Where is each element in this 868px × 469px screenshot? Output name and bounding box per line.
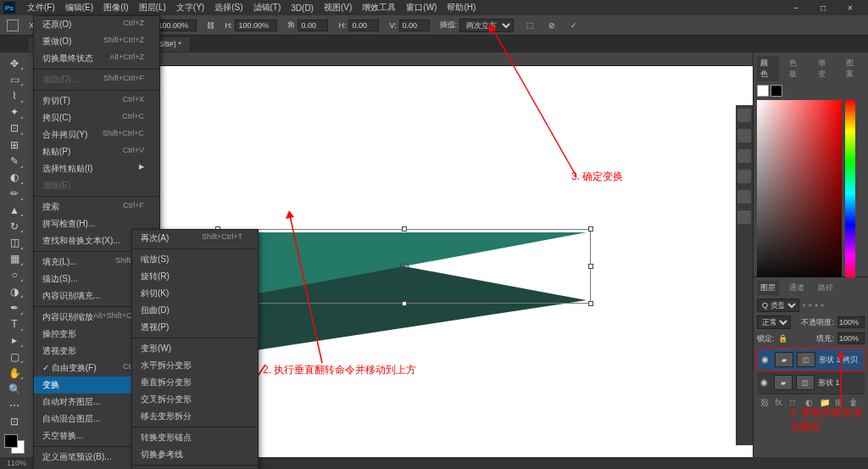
- link-layers-icon[interactable]: ⛓: [760, 398, 772, 410]
- menu-item[interactable]: 缩放(S): [132, 251, 258, 268]
- dock-icon-3[interactable]: [737, 149, 751, 163]
- menu-item[interactable]: 转换变形锚点: [132, 429, 258, 446]
- color-field[interactable]: [757, 100, 842, 287]
- visibility-icon[interactable]: ◉: [761, 355, 771, 365]
- menu-item[interactable]: 水平拆分变形: [132, 357, 258, 374]
- menu-item[interactable]: 切换参考线: [132, 446, 258, 463]
- menu-item[interactable]: 清除(E): [34, 177, 159, 194]
- tab-swatches[interactable]: 色板: [786, 56, 808, 81]
- tab-layers[interactable]: 图层: [757, 281, 779, 295]
- shape-tool[interactable]: ▢: [5, 349, 24, 364]
- layer-row-selected[interactable]: ◉ ▰ ◫ 形状 1 拷贝: [757, 348, 865, 371]
- filter-icon-4[interactable]: ▫: [821, 301, 824, 310]
- history-brush-tool[interactable]: ↻: [5, 219, 24, 233]
- hand-tool[interactable]: ✋: [5, 366, 24, 380]
- menu-item[interactable]: 交叉拆分变形: [132, 391, 258, 408]
- close-button[interactable]: ×: [848, 3, 858, 13]
- hue-slider[interactable]: [845, 100, 855, 287]
- reference-point-icon[interactable]: [7, 20, 19, 31]
- menu-window[interactable]: 窗口(W): [401, 0, 442, 15]
- layer-mask-thumb[interactable]: ◫: [796, 375, 815, 390]
- tab-color[interactable]: 颜色: [757, 56, 779, 81]
- menu-item[interactable]: 重做(O)Shift+Ctrl+Z: [34, 33, 159, 50]
- menu-item[interactable]: 移去变形拆分: [132, 408, 258, 425]
- eraser-tool[interactable]: ◫: [5, 235, 24, 249]
- layer-kind-filter[interactable]: Q 类型: [757, 299, 799, 312]
- fg-color[interactable]: [4, 434, 18, 448]
- menu-item[interactable]: 粘贴(P)Ctrl+V: [34, 143, 159, 160]
- minimize-button[interactable]: −: [793, 3, 804, 13]
- edit-toolbar[interactable]: ⊡: [5, 415, 24, 429]
- vskew-input[interactable]: [399, 20, 430, 31]
- menu-text[interactable]: 文字(Y): [171, 0, 209, 15]
- crop-tool[interactable]: ⊡: [5, 121, 24, 136]
- cancel-transform-icon[interactable]: ⊘: [546, 20, 558, 31]
- tab-patterns[interactable]: 图案: [843, 56, 865, 81]
- menu-item[interactable]: 旋转(R): [132, 268, 258, 285]
- fill-input[interactable]: [837, 332, 865, 344]
- hskew-input[interactable]: [348, 20, 379, 31]
- type-tool[interactable]: T: [5, 317, 24, 332]
- zoom-tool[interactable]: 🔍: [5, 382, 24, 396]
- handle-bottom-right[interactable]: [588, 301, 593, 306]
- blend-mode-select[interactable]: 正常: [757, 315, 791, 329]
- transform-center[interactable]: [400, 262, 409, 271]
- angle-input[interactable]: [298, 20, 328, 31]
- menu-item[interactable]: 搜索Ctrl+F: [34, 198, 159, 215]
- layer-name[interactable]: 形状 1: [818, 377, 840, 388]
- menu-item[interactable]: 还原(O)Ctrl+Z: [34, 16, 159, 33]
- handle-top-right[interactable]: [588, 226, 593, 232]
- dock-icon-6[interactable]: [737, 210, 751, 224]
- layer-row[interactable]: ◉ ▰ ◫ 形状 1: [757, 371, 865, 394]
- menu-item[interactable]: 垂直拆分变形: [132, 374, 258, 391]
- menu-item[interactable]: 合并拷贝(Y)Shift+Ctrl+C: [34, 126, 159, 143]
- blur-tool[interactable]: ○: [5, 268, 24, 282]
- dock-icon-2[interactable]: [737, 129, 751, 142]
- layer-thumb[interactable]: ▰: [774, 375, 793, 390]
- color-bg-swatch[interactable]: [771, 85, 782, 97]
- tab-gradients[interactable]: 渐变: [815, 56, 837, 81]
- filter-icon-1[interactable]: ▫: [803, 301, 805, 310]
- interp-select[interactable]: 两次立方: [459, 19, 514, 32]
- menu-file[interactable]: 文件(F): [22, 0, 60, 15]
- tab-paths[interactable]: 路径: [815, 281, 837, 295]
- menu-item[interactable]: 选择性粘贴(I)▶: [34, 160, 159, 177]
- more-tools[interactable]: ⋯: [5, 399, 24, 413]
- move-tool[interactable]: ✥: [5, 56, 24, 70]
- frame-tool[interactable]: ⊞: [5, 137, 24, 152]
- handle-mid-right[interactable]: [588, 264, 593, 269]
- filter-icon-3[interactable]: ▫: [815, 301, 817, 310]
- menu-edit[interactable]: 编辑(E): [60, 0, 98, 15]
- menu-help[interactable]: 帮助(H): [442, 0, 481, 15]
- commit-transform-icon[interactable]: ✓: [568, 20, 580, 31]
- transform-bounding-box[interactable]: [218, 229, 591, 304]
- menu-item[interactable]: 透视(P): [132, 319, 258, 336]
- gradient-tool[interactable]: ▦: [5, 252, 24, 266]
- menu-item[interactable]: 斜切(K): [132, 285, 258, 302]
- lock-icon[interactable]: 🔒: [778, 334, 787, 343]
- path-select-tool[interactable]: ▸: [5, 333, 24, 348]
- menu-view[interactable]: 视图(V): [319, 0, 357, 15]
- menu-plugins[interactable]: 增效工具: [357, 0, 401, 15]
- color-fg-swatch[interactable]: [757, 85, 769, 97]
- dock-icon-4[interactable]: [737, 170, 751, 183]
- link-icon[interactable]: ⛓: [207, 21, 214, 30]
- menu-item[interactable]: 扭曲(D): [132, 302, 258, 319]
- menu-image[interactable]: 图像(I): [98, 0, 133, 15]
- menu-layer[interactable]: 图层(L): [134, 0, 171, 15]
- marquee-tool[interactable]: ▭: [5, 72, 24, 87]
- menu-item[interactable]: 渐隐(D)...Shift+Ctrl+F: [34, 71, 159, 88]
- menu-item[interactable]: 切换最终状态Alt+Ctrl+Z: [34, 50, 159, 67]
- lasso-tool[interactable]: ⌇: [5, 88, 24, 103]
- eyedropper-tool[interactable]: ✎: [5, 154, 24, 168]
- color-swatch[interactable]: [4, 434, 25, 454]
- fx-icon[interactable]: fx: [776, 398, 787, 410]
- menu-filter[interactable]: 滤镜(T): [248, 0, 287, 15]
- wand-tool[interactable]: ✦: [5, 105, 24, 120]
- brush-tool[interactable]: ✏: [5, 187, 24, 201]
- dock-icon-1[interactable]: [737, 109, 751, 122]
- stamp-tool[interactable]: ▲: [5, 203, 24, 217]
- w-input[interactable]: [154, 20, 197, 31]
- pen-tool[interactable]: ✒: [5, 300, 24, 315]
- menu-item[interactable]: 剪切(T)Ctrl+X: [34, 92, 159, 109]
